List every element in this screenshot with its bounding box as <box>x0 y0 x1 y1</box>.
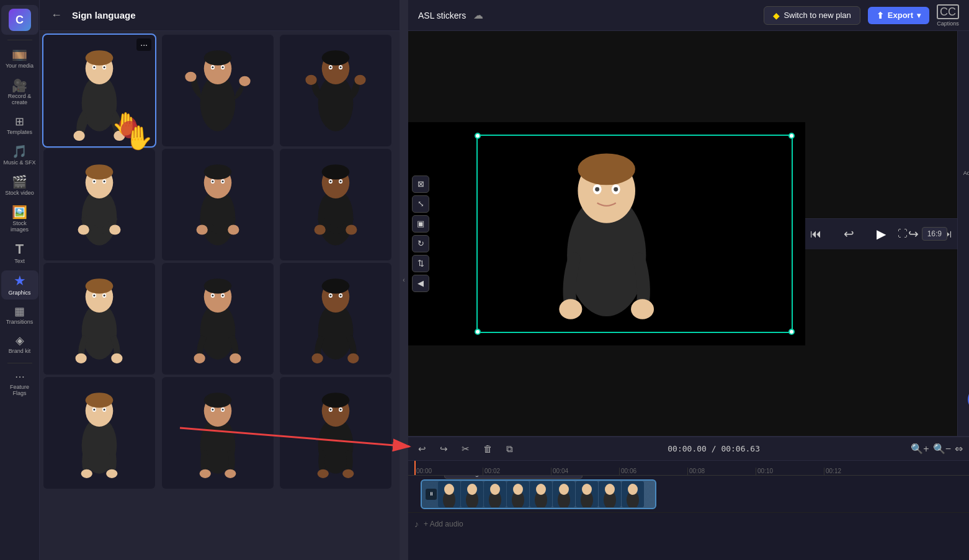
sidebar-item-templates[interactable]: ⊞ Templates <box>1 112 38 139</box>
panel-title: Sign language <box>72 10 392 20</box>
sidebar-item-your-media[interactable]: 🎞️ Your media <box>1 45 38 73</box>
cut-button[interactable]: ✂ <box>458 442 473 456</box>
panel-back-button[interactable]: ← <box>47 7 66 23</box>
loop-button[interactable]: ↻ <box>412 235 429 252</box>
svg-point-126 <box>536 484 546 495</box>
avatar-svg-3 <box>291 40 380 141</box>
rewind-button[interactable]: ↩ <box>839 224 859 244</box>
right-panel-item-filters[interactable]: ⊛ Filters <box>960 74 970 108</box>
video-canvas[interactable]: ⊠ ⤡ ▣ ↻ ⇅ ◀ <box>408 122 805 345</box>
media-item-7[interactable] <box>43 263 155 375</box>
more-options-button-1[interactable]: ··· <box>136 38 151 51</box>
svg-point-122 <box>490 484 500 495</box>
templates-icon: ⊞ <box>15 116 24 127</box>
svg-point-62 <box>111 353 122 363</box>
right-panel-item-fade[interactable]: Fade <box>960 36 970 71</box>
right-panel-item-speed[interactable]: ◎ Speed <box>960 184 970 218</box>
copy-button[interactable]: ⧉ <box>502 442 517 456</box>
timeline-playhead[interactable] <box>414 461 416 475</box>
switch-plan-button[interactable]: ◆ Switch to new plan <box>764 6 860 25</box>
svg-point-29 <box>86 164 114 179</box>
svg-point-69 <box>221 295 223 296</box>
svg-point-56 <box>86 278 114 293</box>
sidebar-label-graphics: Graphics <box>8 290 30 296</box>
undo-button[interactable]: ↩ <box>414 442 430 456</box>
svg-point-61 <box>76 353 87 363</box>
sidebar-item-brand-kit[interactable]: ◈ Brand kit <box>1 331 38 358</box>
svg-point-116 <box>631 299 654 319</box>
stock-images-icon: 🖼️ <box>12 206 27 218</box>
media-item-8[interactable] <box>162 263 274 375</box>
export-button[interactable]: ⬆ Export ▾ <box>868 7 929 24</box>
delete-button[interactable]: 🗑 <box>480 442 496 456</box>
sidebar-divider <box>7 40 32 40</box>
resize-button[interactable]: ⤡ <box>412 195 429 213</box>
app-logo[interactable]: C <box>1 5 38 35</box>
sidebar-label-transitions: Transitions <box>6 319 33 325</box>
sidebar-item-stock-images[interactable]: 🖼️ Stock images <box>1 202 38 236</box>
media-item-5[interactable] <box>162 149 274 260</box>
skip-start-button[interactable]: ⏮ <box>805 225 826 243</box>
feature-flags-icon: ⋯ <box>15 372 25 382</box>
panel-collapse-tab[interactable]: ‹ <box>400 0 408 560</box>
sidebar-item-music-sfx[interactable]: 🎵 Music & SFX <box>1 141 38 169</box>
clip-thumb-4 <box>507 481 529 507</box>
sidebar-label-your-media: Your media <box>6 63 33 69</box>
avatar-svg-8 <box>173 269 262 369</box>
clip-thumb-5 <box>530 481 552 507</box>
svg-point-118 <box>444 484 454 495</box>
fit-timeline-button[interactable]: ⇔ <box>955 443 963 455</box>
ai-icon[interactable]: ☁ <box>473 9 483 21</box>
avatar-svg-6 <box>291 154 380 255</box>
right-panel-item-effects[interactable]: ✦ Effects <box>960 110 970 144</box>
svg-point-107 <box>342 469 354 478</box>
top-bar: ASL stickers ☁ ◆ Switch to new plan ⬆ Ex… <box>408 0 969 31</box>
svg-point-80 <box>348 353 359 363</box>
sidebar-item-stock-video[interactable]: 🎬 Stock video <box>1 172 38 200</box>
sidebar-item-transitions[interactable]: ▦ Transitions <box>1 302 38 329</box>
sidebar-item-graphics[interactable]: ★ Graphics <box>1 270 38 300</box>
svg-point-128 <box>559 484 569 495</box>
svg-point-51 <box>340 180 342 182</box>
svg-point-32 <box>93 180 95 182</box>
track-clip-video[interactable]: ⏸ <box>421 479 656 509</box>
send-back-button[interactable]: ◀ <box>412 275 429 292</box>
svg-point-70 <box>194 353 205 363</box>
audio-track[interactable]: ♪ + Add audio <box>408 513 969 535</box>
zoom-in-button[interactable]: 🔍+ <box>911 443 929 455</box>
sidebar-divider-2 <box>7 363 32 363</box>
media-item-11[interactable] <box>162 377 274 489</box>
svg-point-105 <box>340 409 342 411</box>
fullscreen-button[interactable]: ⛶ <box>898 228 908 239</box>
sidebar-label-music-sfx: Music & SFX <box>4 159 36 166</box>
media-item-2[interactable] <box>162 35 274 146</box>
svg-point-38 <box>203 164 231 179</box>
media-item-12[interactable] <box>280 377 391 489</box>
media-item-10[interactable] <box>43 377 155 489</box>
right-panel-item-adjust-colors[interactable]: ◑ Adjust colors <box>960 147 970 181</box>
clip-pause-button[interactable]: ⏸ <box>426 489 437 500</box>
svg-point-87 <box>104 409 105 411</box>
media-item-4[interactable] <box>43 149 155 260</box>
avatar-svg-2 <box>173 40 262 141</box>
crop-button[interactable]: ⊠ <box>412 176 429 193</box>
sidebar-item-text[interactable]: T Text <box>1 239 38 268</box>
captions-button[interactable]: CC Captions <box>937 4 959 27</box>
ruler-mark-4: 00:08 <box>687 468 756 475</box>
flip-button[interactable]: ⇅ <box>412 255 429 272</box>
media-item-6[interactable] <box>280 149 391 260</box>
media-item-1[interactable]: ··· <box>43 35 155 146</box>
svg-point-20 <box>322 50 350 65</box>
svg-point-17 <box>239 76 250 86</box>
upload-icon: ⬆ <box>877 11 884 20</box>
redo-button[interactable]: ↪ <box>436 442 452 456</box>
clip-thumb-8 <box>599 481 621 507</box>
sidebar-item-record-create[interactable]: 🎥 Record &create <box>1 76 38 110</box>
screen-button[interactable]: ▣ <box>412 215 429 233</box>
track-content-video: "Don't forget to like and subscribe" ASL… <box>414 479 969 509</box>
sidebar-item-feature-flags[interactable]: ⋯ FeatureFlags <box>1 368 38 400</box>
media-item-9[interactable] <box>280 263 391 375</box>
zoom-out-button[interactable]: 🔍− <box>933 443 951 455</box>
media-item-3[interactable] <box>280 35 391 146</box>
play-button[interactable]: ▶ <box>872 224 891 244</box>
